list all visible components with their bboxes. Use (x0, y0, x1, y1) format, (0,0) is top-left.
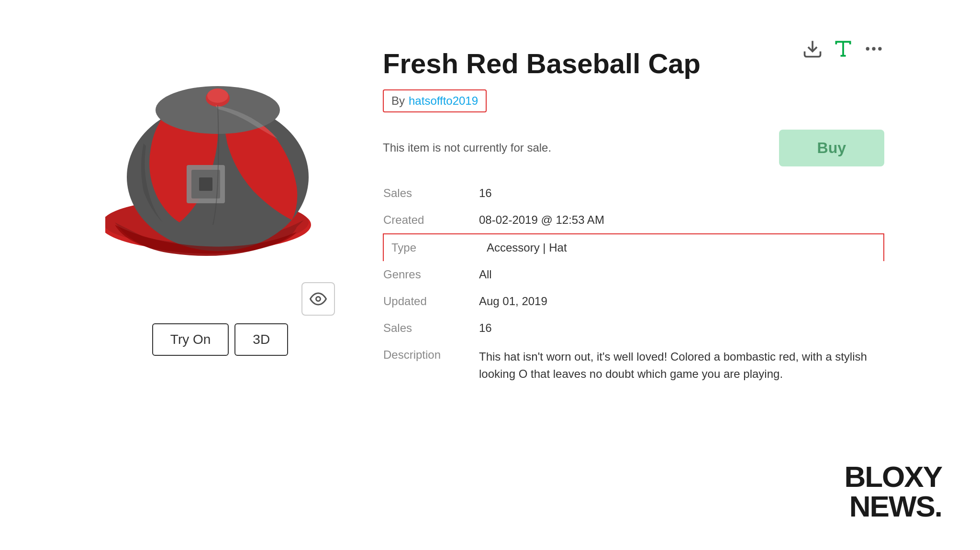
sales2-value: 16 (479, 315, 884, 341)
created-row: Created 08-02-2019 @ 12:53 AM (383, 207, 884, 234)
svg-point-15 (878, 47, 881, 50)
type-value: Accessory | Hat (479, 234, 884, 261)
eye-icon (310, 290, 327, 308)
sales-row: Sales 16 (383, 180, 884, 207)
hat-image-container (100, 38, 340, 277)
svg-point-14 (872, 47, 875, 50)
action-buttons: Try On 3D (152, 323, 288, 356)
updated-label: Updated (383, 288, 479, 315)
watermark: BLOXY NEWS. (844, 462, 942, 521)
genres-row: Genres All (383, 261, 884, 288)
hat-image (105, 48, 335, 268)
watermark-line1: BLOXY (844, 462, 942, 492)
created-label: Created (383, 207, 479, 234)
text-format-icon[interactable] (833, 38, 854, 59)
svg-rect-8 (199, 177, 212, 191)
sales2-label: Sales (383, 315, 479, 341)
buy-button[interactable]: Buy (779, 130, 884, 166)
creator-by-label: By (391, 94, 405, 108)
svg-point-9 (316, 297, 321, 301)
image-controls (301, 282, 345, 316)
sales-value: 16 (479, 180, 884, 207)
sale-row: This item is not currently for sale. Buy (383, 130, 884, 166)
description-label: Description (383, 341, 479, 389)
description-value: This hat isn't worn out, it's well loved… (479, 341, 884, 389)
sale-status-text: This item is not currently for sale. (383, 141, 551, 154)
item-info-section: Fresh Red Baseball Cap By hatsoffto2019 … (383, 38, 884, 389)
updated-value: Aug 01, 2019 (479, 288, 884, 315)
info-table: Sales 16 Created 08-02-2019 @ 12:53 AM T… (383, 180, 884, 389)
svg-point-13 (866, 47, 869, 50)
toolbar-icons (802, 38, 884, 59)
watermark-line2: NEWS. (844, 492, 942, 521)
created-value: 08-02-2019 @ 12:53 AM (479, 207, 884, 234)
item-image-section: Try On 3D (96, 38, 345, 356)
genres-value[interactable]: All (479, 261, 884, 288)
sales-label: Sales (383, 180, 479, 207)
type-label: Type (383, 234, 479, 261)
description-row: Description This hat isn't worn out, it'… (383, 341, 884, 389)
try-on-button[interactable]: Try On (152, 323, 229, 356)
more-options-icon[interactable] (863, 38, 884, 59)
sales2-row: Sales 16 (383, 315, 884, 341)
updated-row: Updated Aug 01, 2019 (383, 288, 884, 315)
download-icon[interactable] (802, 38, 823, 59)
3d-button[interactable]: 3D (234, 323, 288, 356)
genres-label: Genres (383, 261, 479, 288)
creator-link[interactable]: hatsoffto2019 (409, 94, 478, 108)
preview-button[interactable] (301, 282, 335, 316)
svg-point-5 (207, 88, 228, 103)
creator-box: By hatsoffto2019 (383, 89, 487, 112)
type-row: Type Accessory | Hat (383, 234, 884, 261)
item-title: Fresh Red Baseball Cap (383, 48, 756, 80)
